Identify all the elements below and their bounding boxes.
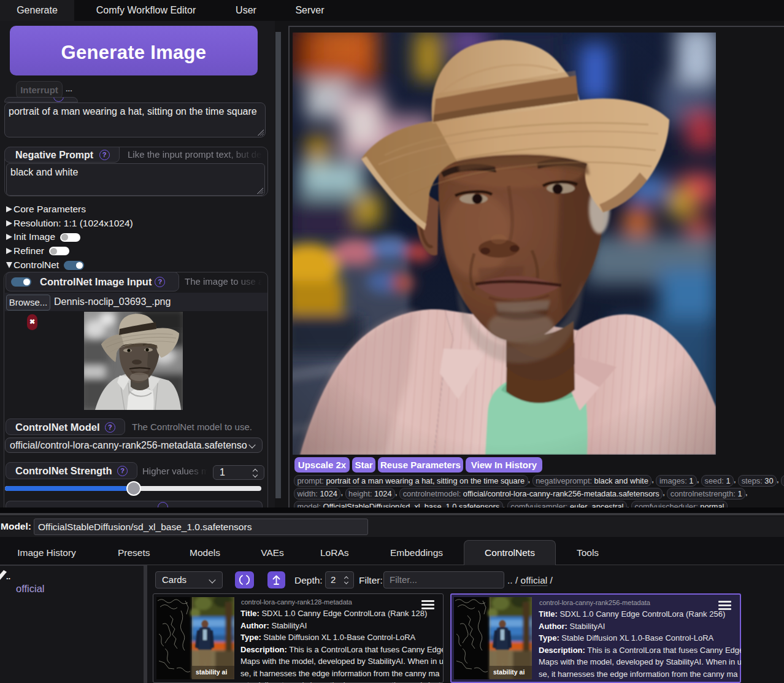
svg-text:stability ai: stability ai: [493, 668, 525, 676]
svg-text:stability ai: stability ai: [196, 668, 227, 676]
